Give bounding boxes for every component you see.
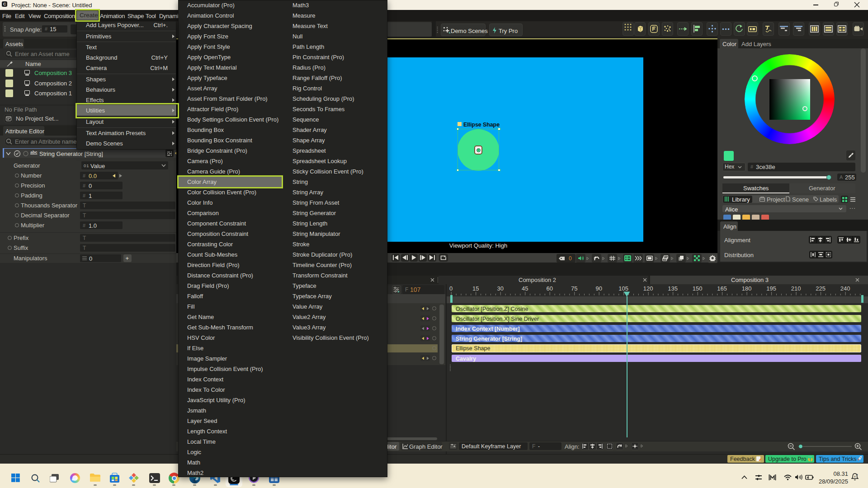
- svg-text:z: z: [854, 475, 856, 478]
- svg-text:z: z: [857, 473, 858, 476]
